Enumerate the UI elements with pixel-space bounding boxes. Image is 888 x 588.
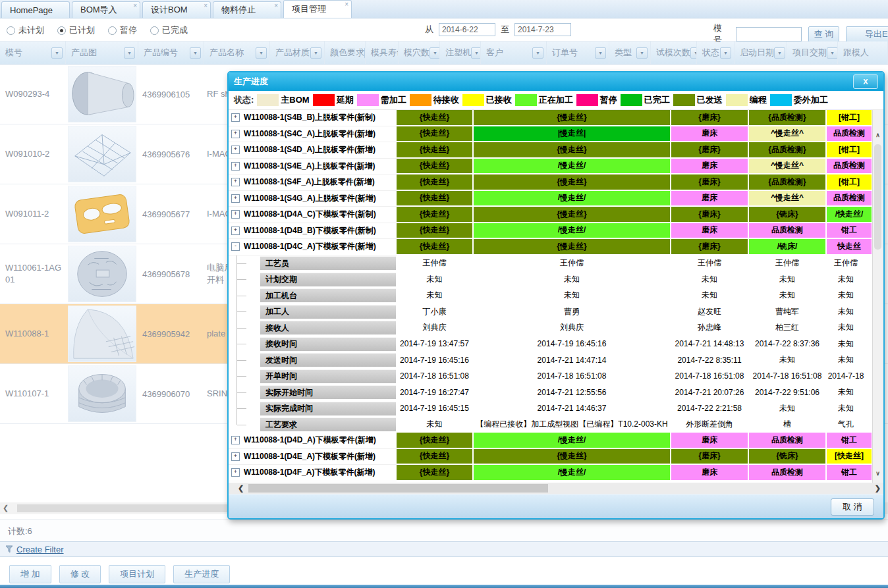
date-from-input[interactable] [439, 23, 495, 36]
radio-icon[interactable] [108, 26, 117, 35]
stage-cell[interactable]: {快走丝} [397, 207, 474, 223]
stage-cell[interactable]: 快走丝 [827, 239, 873, 255]
expand-icon[interactable]: + [231, 210, 240, 219]
part-row[interactable]: +W110088-1(S4F_A)上脱板零件(新增) {快走丝} {慢走丝} {… [229, 174, 873, 191]
expand-icon[interactable]: + [231, 194, 240, 203]
stage-cell[interactable]: 磨床 [671, 223, 749, 240]
stage-cell[interactable]: {磨床} [671, 239, 749, 255]
part-row[interactable]: +W110088-1(D4F_A)下模板零件(新增) {快走丝} /慢走丝/ 磨… [229, 465, 873, 481]
stage-cell[interactable]: {磨床} [671, 207, 749, 223]
export-excel-button[interactable]: 导出Excel [846, 26, 888, 42]
dialog-title-bar[interactable]: 生产进度 X [229, 72, 883, 91]
stage-cell[interactable]: {磨床} [671, 174, 749, 191]
radio-paused[interactable]: 暂停 [108, 24, 137, 36]
scroll-up-icon[interactable] [873, 130, 883, 140]
expand-icon[interactable]: + [231, 436, 240, 444]
stage-cell[interactable]: |慢走丝| [474, 126, 671, 143]
stage-cell[interactable]: {快走丝} [397, 191, 474, 207]
stage-cell[interactable]: {品质检测} [749, 174, 827, 191]
tab-design-bom[interactable]: 设计BOM [142, 1, 211, 18]
part-row[interactable]: +W110088-1(S4B_B)上脱板零件(新制) {快走丝} {慢走丝} {… [229, 110, 873, 126]
expand-icon[interactable]: + [231, 178, 240, 186]
column-header-product-name[interactable]: 产品名称 [204, 41, 270, 64]
radio-icon[interactable] [7, 26, 15, 35]
stage-cell[interactable]: 磨床 [671, 465, 749, 481]
stage-cell[interactable]: {快走丝} [397, 174, 474, 191]
stage-cell[interactable]: {快走丝} [397, 110, 474, 126]
stage-cell[interactable]: {慢走丝} [474, 449, 671, 466]
mold-no-input[interactable] [736, 27, 802, 41]
filter-dropdown-icon[interactable] [310, 47, 321, 59]
expand-icon[interactable]: + [231, 146, 240, 154]
filter-dropdown-icon[interactable] [190, 47, 201, 59]
stage-cell[interactable]: 钳工 [827, 433, 873, 449]
stage-cell[interactable]: {慢走丝} [474, 207, 671, 223]
column-header-follower[interactable]: 跟模人 [838, 41, 888, 64]
stage-cell[interactable]: {慢走丝} [474, 110, 671, 126]
close-icon[interactable] [345, 1, 348, 8]
scroll-left-icon[interactable] [238, 484, 244, 493]
expand-icon[interactable]: + [231, 130, 240, 138]
column-header-product-no[interactable]: 产品编号 [138, 41, 204, 64]
stage-cell[interactable]: 钳工 [827, 223, 873, 240]
close-icon[interactable] [204, 3, 208, 9]
stage-cell[interactable]: 钳工 [827, 465, 873, 481]
scroll-left-icon[interactable] [3, 504, 9, 512]
filter-dropdown-icon[interactable] [532, 47, 543, 59]
stage-cell[interactable]: [钳工] [827, 142, 873, 159]
collapse-icon[interactable]: - [231, 242, 240, 251]
search-button[interactable]: 查 询 [808, 26, 839, 42]
column-header-injection-machine[interactable]: 注塑机 [440, 41, 481, 64]
column-header-material[interactable]: 产品材质 [270, 41, 325, 64]
stage-cell[interactable]: /慢走丝/ [474, 433, 671, 449]
cancel-button[interactable]: 取 消 [831, 498, 874, 516]
filter-dropdown-icon[interactable] [720, 47, 731, 59]
radio-icon[interactable] [150, 26, 159, 35]
stage-cell[interactable]: {磨床} [671, 142, 749, 159]
stage-cell[interactable]: {品质检测} [749, 110, 827, 126]
stage-cell[interactable]: {快走丝} [397, 126, 474, 143]
stage-cell[interactable]: ^慢走丝^ [749, 191, 827, 207]
radio-unplanned[interactable]: 未计划 [7, 24, 44, 36]
add-button[interactable]: 增 加 [9, 565, 51, 583]
column-header-start-date[interactable]: 启动日期 [735, 41, 787, 64]
scroll-right-icon[interactable] [875, 484, 881, 493]
stage-cell[interactable]: 品质检测 [827, 126, 873, 143]
part-row[interactable]: +W110088-1(S4D_A)上脱板零件(新增) {快走丝} {慢走丝} {… [229, 142, 873, 159]
filter-dropdown-icon[interactable] [51, 47, 63, 59]
radio-planned[interactable]: 已计划 [57, 24, 95, 36]
stage-cell[interactable]: 品质检测 [749, 433, 827, 449]
column-header-order-no[interactable]: 订单号 [547, 41, 609, 64]
stage-cell[interactable]: 磨床 [671, 433, 749, 449]
radio-finished[interactable]: 已完成 [150, 24, 188, 36]
stage-cell[interactable]: {铣床} [749, 207, 827, 223]
part-row[interactable]: +W110088-1(D4A_C)下模板零件(新制) {快走丝} {慢走丝} {… [229, 207, 873, 223]
stage-cell[interactable]: [钳工] [827, 110, 873, 126]
date-to-input[interactable] [514, 23, 571, 36]
stage-cell[interactable]: {快走丝} [397, 142, 474, 159]
tab-bom-import[interactable]: BOM导入 [72, 1, 140, 18]
part-row[interactable]: +W110088-1(D4D_A)下模板零件(新增) {快走丝} /慢走丝/ 磨… [229, 433, 873, 449]
column-header-color-req[interactable]: 颜色要求 [325, 41, 366, 64]
tab-homepage[interactable]: HomePage [1, 1, 70, 18]
expand-icon[interactable]: + [231, 468, 240, 477]
stage-cell[interactable]: {快走丝} [397, 433, 474, 449]
stage-cell[interactable]: /慢走丝/ [474, 159, 671, 175]
create-filter-link[interactable]: Create Filter [16, 545, 64, 554]
column-header-type[interactable]: 类型 [609, 41, 651, 64]
stage-cell[interactable]: /快走丝/ [827, 207, 873, 223]
stage-cell[interactable]: 品质检测 [827, 159, 873, 175]
expand-icon[interactable]: + [231, 227, 240, 235]
column-header-mold-no[interactable]: 模号 [0, 41, 66, 64]
stage-cell[interactable]: 品质检测 [749, 465, 827, 481]
stage-cell[interactable]: 品质检测 [827, 191, 873, 207]
expand-icon[interactable]: + [231, 162, 240, 171]
stage-cell[interactable]: ^慢走丝^ [749, 126, 827, 143]
stage-cell[interactable]: ^慢走丝^ [749, 159, 827, 175]
stage-cell[interactable]: {品质检测} [749, 142, 827, 159]
column-header-mold-life[interactable]: 模具寿命 [366, 41, 399, 64]
radio-selected-icon[interactable] [57, 26, 66, 35]
filter-dropdown-icon[interactable] [636, 47, 648, 59]
scroll-down-icon[interactable] [873, 468, 883, 479]
stage-cell[interactable]: 磨床 [671, 191, 749, 207]
